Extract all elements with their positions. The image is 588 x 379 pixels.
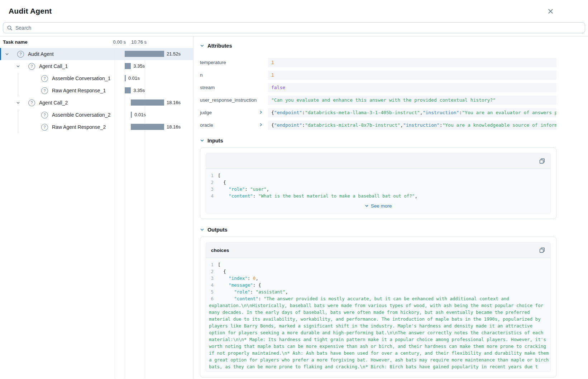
chevron-down-icon xyxy=(200,44,204,48)
attribute-key: user_response_instruction xyxy=(200,96,268,105)
outputs-code: 1[2 {3 "index": 0,4 "message": {5 "role"… xyxy=(206,258,550,371)
copy-icon xyxy=(539,158,545,164)
code-line: 2 { xyxy=(209,179,549,186)
attribute-value: {"endpoint":"databricks-meta-llama-3-1-4… xyxy=(268,108,556,117)
attribute-key-label: n xyxy=(200,72,203,78)
attribute-key-label: user_response_instruction xyxy=(200,97,257,103)
outputs-code-card: choices 1[2 {3 "index": 0,4 "message": {… xyxy=(206,242,551,372)
chevron-down-icon xyxy=(200,228,204,232)
audit-agent-trace-modal: Audit Agent Task name 0.00 s 10.76 s ?Au… xyxy=(0,0,588,379)
attribute-key: n xyxy=(200,71,268,80)
copy-icon xyxy=(539,247,545,253)
duration-bar xyxy=(125,51,164,57)
search-icon xyxy=(7,25,13,31)
task-row[interactable]: ?Assemble Conversation_10.01s xyxy=(0,72,193,84)
task-row-name-cell: ?Raw Agent Response_1 xyxy=(0,87,115,94)
code-line: 4 "content": "What is the best material … xyxy=(209,193,549,199)
task-row-name-cell: ?Raw Agent Response_2 xyxy=(0,124,115,131)
attribute-row: oracle{"endpoint":"databricks-mixtral-8x… xyxy=(200,121,556,130)
line-number: 1 xyxy=(209,261,214,268)
code-line: 6 "content": "The answer provided is mos… xyxy=(209,295,549,370)
see-more-link[interactable]: See more xyxy=(206,201,550,213)
code-card-header xyxy=(206,154,550,169)
task-row[interactable]: ?Raw Agent Response_13.35s xyxy=(0,84,193,97)
task-tree-panel: Task name 0.00 s 10.76 s ?Audit Agent21.… xyxy=(0,37,193,379)
question-circle-icon: ? xyxy=(17,51,24,58)
line-number: 2 xyxy=(209,268,214,275)
task-name-label: Raw Agent Response_1 xyxy=(52,88,106,93)
copy-button[interactable] xyxy=(539,158,545,164)
modal-header: Audit Agent xyxy=(0,0,588,22)
attribute-key-label: stream xyxy=(200,85,215,90)
task-row[interactable]: ?Audit Agent21.52s xyxy=(0,48,193,60)
tree-connector-line xyxy=(18,73,18,97)
attribute-key-label: temperature xyxy=(200,60,226,65)
section-title: Inputs xyxy=(207,138,223,144)
code-line: 5 "role": "assistant", xyxy=(209,288,549,295)
search-bar[interactable] xyxy=(3,22,585,33)
task-row-name-cell: ?Audit Agent xyxy=(0,51,115,58)
task-row[interactable]: ?Assemble Conversation_20.01s xyxy=(0,109,193,121)
inputs-section-header[interactable]: Inputs xyxy=(200,138,556,144)
task-row-name-cell: ?Agent Call_2 xyxy=(0,99,115,106)
main-split: Task name 0.00 s 10.76 s ?Audit Agent21.… xyxy=(0,36,588,379)
chevron-right-icon[interactable] xyxy=(259,110,263,114)
attribute-value: 1 xyxy=(268,71,556,80)
attribute-row: temperature1 xyxy=(200,58,556,67)
span-details-panel: Attributes temperature1n1streamfalseuser… xyxy=(193,37,588,379)
task-row[interactable]: ?Raw Agent Response_218.16s xyxy=(0,121,193,133)
page-title: Audit Agent xyxy=(9,7,52,15)
duration-bar xyxy=(125,75,126,81)
attribute-value: false xyxy=(268,83,556,92)
attribute-row: streamfalse xyxy=(200,83,556,92)
attributes-section-header[interactable]: Attributes xyxy=(200,43,556,49)
attribute-row: user_response_instruction"Can you evalua… xyxy=(200,96,556,105)
duration-label: 21.52s xyxy=(167,51,181,57)
task-name-label: Assemble Conversation_1 xyxy=(52,76,110,81)
outputs-section-header[interactable]: Outputs xyxy=(200,227,556,233)
task-name-label: Audit Agent xyxy=(28,51,54,57)
task-timeline-cell: 18.16s xyxy=(115,121,193,133)
question-circle-icon: ? xyxy=(41,112,48,118)
task-timeline-cell: 0.01s xyxy=(115,72,193,84)
task-row[interactable]: ?Agent Call_218.16s xyxy=(0,97,193,109)
task-name-label: Agent Call_1 xyxy=(39,63,68,69)
task-timeline-cell: 21.52s xyxy=(115,48,193,60)
tree-header: Task name 0.00 s 10.76 s xyxy=(0,37,193,48)
see-more-label: See more xyxy=(371,203,392,209)
task-name-label: Assemble Conversation_2 xyxy=(52,112,110,118)
code-line: 1[ xyxy=(209,172,549,179)
duration-bar xyxy=(131,112,132,118)
chevron-right-icon[interactable] xyxy=(259,122,263,127)
task-name-label: Agent Call_2 xyxy=(39,100,68,106)
duration-label: 18.16s xyxy=(167,100,181,105)
task-row-name-cell: ?Assemble Conversation_2 xyxy=(0,112,115,118)
copy-button[interactable] xyxy=(539,247,545,253)
chevron-down-icon[interactable] xyxy=(16,101,20,105)
attribute-value: 1 xyxy=(268,58,556,67)
task-timeline-cell: 0.01s xyxy=(115,109,193,121)
chevron-down-icon[interactable] xyxy=(5,52,9,56)
close-button[interactable] xyxy=(548,8,554,14)
task-timeline-cell: 3.35s xyxy=(115,84,193,97)
chevron-down-icon[interactable] xyxy=(16,64,20,68)
outputs-section: Outputs choices 1[2 {3 "index": xyxy=(200,227,556,378)
task-row-name-cell: ?Agent Call_1 xyxy=(0,63,115,70)
task-timeline-cell: 3.35s xyxy=(115,60,193,72)
duration-label: 0.01s xyxy=(134,112,146,117)
question-circle-icon: ? xyxy=(41,75,48,82)
code-line: 4 "message": { xyxy=(209,282,549,288)
duration-label: 18.16s xyxy=(167,124,181,130)
search-input[interactable] xyxy=(15,25,581,31)
line-number: 6 xyxy=(209,295,214,302)
line-number: 3 xyxy=(209,186,214,193)
question-circle-icon: ? xyxy=(28,63,35,70)
task-row-name-cell: ?Assemble Conversation_1 xyxy=(0,75,115,82)
task-row[interactable]: ?Agent Call_13.35s xyxy=(0,60,193,72)
duration-label: 3.35s xyxy=(133,63,145,69)
question-circle-icon: ? xyxy=(41,87,48,94)
attribute-key: temperature xyxy=(200,58,268,67)
section-title: Attributes xyxy=(207,43,232,49)
inputs-code-card: 1[2 {3 "role": "user",4 "content": "What… xyxy=(206,153,551,213)
duration-bar xyxy=(131,99,164,106)
